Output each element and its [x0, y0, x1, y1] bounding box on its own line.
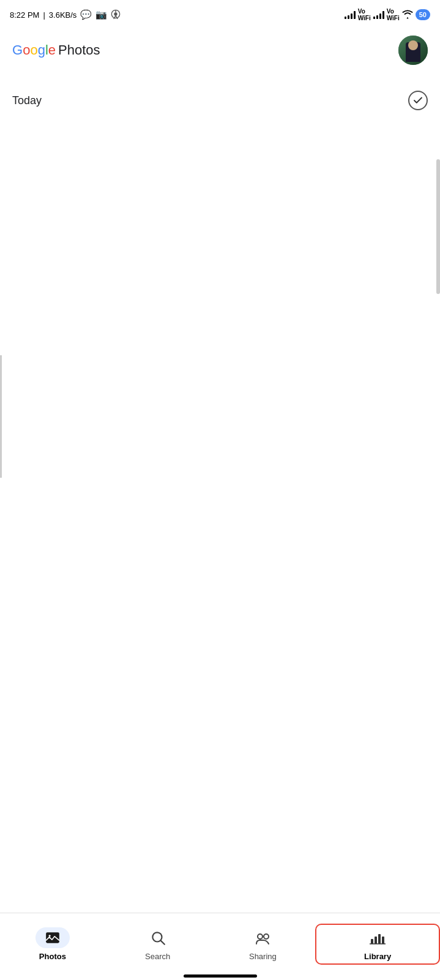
photos-icon-wrap	[35, 927, 70, 948]
time-display: 8:22 PM	[10, 10, 39, 20]
today-section-header: Today	[0, 81, 440, 120]
svg-rect-11	[371, 939, 373, 944]
nav-item-photos[interactable]: Photos	[0, 927, 105, 961]
select-all-button[interactable]	[408, 91, 428, 110]
nav-item-library[interactable]: Library	[315, 924, 440, 965]
vo-wifi-label-1: VoWiFi	[358, 8, 371, 21]
search-icon-wrap	[141, 927, 175, 948]
sharing-icon-wrap	[245, 927, 280, 948]
svg-line-8	[161, 941, 165, 944]
bottom-nav: Photos Search Sharing	[0, 913, 440, 980]
svg-point-10	[264, 934, 269, 939]
status-bar: 8:22 PM | 3.6KB/s 💬 📷 VoWiFi VoWiFi	[0, 0, 440, 29]
svg-point-6	[48, 935, 50, 937]
library-icon-wrap	[360, 927, 395, 948]
svg-rect-13	[378, 934, 381, 944]
signal-bars-1	[345, 10, 356, 19]
library-nav-label: Library	[364, 952, 391, 961]
instagram-icon: 📷	[95, 9, 107, 20]
nav-item-sharing[interactable]: Sharing	[211, 927, 316, 961]
svg-point-1	[114, 12, 117, 15]
separator: |	[43, 10, 45, 20]
whatsapp-icon: 💬	[80, 9, 92, 20]
google-text: Google	[12, 42, 56, 58]
app-header: Google Photos	[0, 29, 440, 71]
left-edge-line	[0, 355, 2, 478]
scroll-indicator[interactable]	[436, 159, 440, 294]
avatar-image	[398, 36, 428, 65]
svg-point-9	[258, 934, 263, 939]
chrome-icon	[111, 9, 121, 21]
photo-grid-area	[0, 120, 440, 549]
today-label: Today	[12, 94, 42, 107]
search-nav-label: Search	[145, 952, 170, 961]
signal-bars-2	[373, 10, 384, 19]
sharing-nav-label: Sharing	[249, 952, 277, 961]
wifi-icon	[402, 9, 413, 21]
vo-wifi-label-2: VoWiFi	[387, 8, 400, 21]
nav-item-search[interactable]: Search	[105, 927, 211, 961]
battery-indicator: 50	[416, 9, 430, 20]
svg-rect-12	[375, 937, 377, 944]
photos-nav-label: Photos	[39, 952, 66, 961]
photos-text: Photos	[58, 42, 100, 58]
avatar[interactable]	[398, 36, 428, 65]
status-left: 8:22 PM | 3.6KB/s 💬 📷	[10, 9, 121, 21]
google-photos-logo: Google Photos	[12, 42, 100, 58]
home-indicator	[184, 974, 257, 978]
status-right: VoWiFi VoWiFi 50	[345, 8, 430, 21]
svg-rect-14	[382, 937, 384, 944]
data-speed: 3.6KB/s	[49, 10, 77, 20]
